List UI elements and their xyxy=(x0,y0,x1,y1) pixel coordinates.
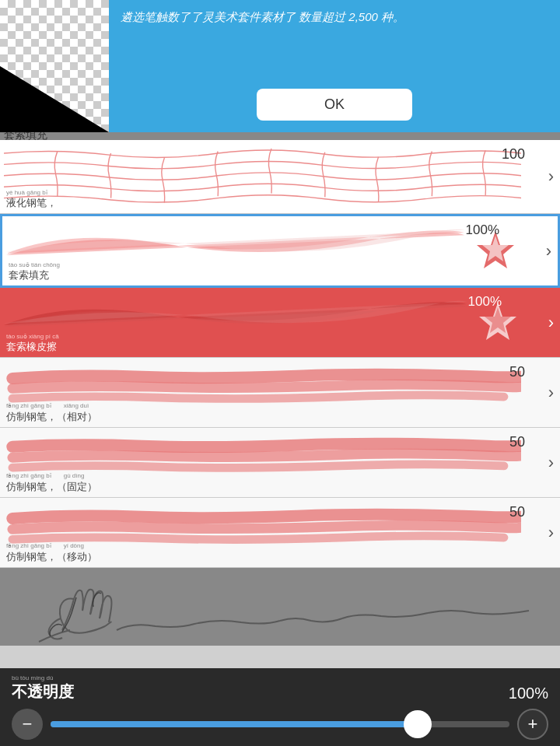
brush-arrow-set-fill[interactable]: › xyxy=(546,241,551,261)
opacity-value: 100% xyxy=(509,685,548,702)
top-thumbnail xyxy=(0,0,109,132)
brush-hanzi-fake-pen-fixed: 仿制钢笔，（固定） xyxy=(6,481,97,492)
slider-track[interactable] xyxy=(51,721,509,727)
brush-hanzi-fake-pen-move: 仿制钢笔，（移动） xyxy=(6,551,97,562)
brush-value-fake-pen-relative: 50 xyxy=(509,364,525,380)
slider-thumb[interactable] xyxy=(404,710,432,738)
opacity-label-left: bù tòu míng dù 不透明度 xyxy=(12,674,74,702)
brush-pinyin-set-fill: tào suǒ tián chōng xyxy=(9,261,60,268)
brush-hanzi-fake-pen-relative: 仿制钢笔，（相对） xyxy=(6,411,97,422)
brush-label-set-fill: tào suǒ tián chōng 套索填充 xyxy=(9,261,60,282)
bottom-panel: bù tòu míng dù 不透明度 100% − + xyxy=(0,668,560,746)
brush-pinyin-liquid-pen: yè huà gāng bǐ xyxy=(6,189,57,196)
brush-arrow-liquid-pen[interactable]: › xyxy=(548,166,554,187)
brush-hanzi-liquid-pen: 液化钢笔， xyxy=(6,197,57,208)
brush-hanzi-set-fill: 套索填充 xyxy=(9,269,49,281)
brush-list: 100 › yè huà gāng bǐ 液化钢笔， xyxy=(0,140,560,668)
brush-value-set-fill: 100% xyxy=(466,222,499,238)
brush-pinyin-fake-pen-move: fǎng zhì gāng bǐ yí dòng xyxy=(6,541,97,550)
brush-label-fake-pen-move: fǎng zhì gāng bǐ yí dòng 仿制钢笔，（移动） xyxy=(6,541,97,564)
brush-item-fake-pen-move[interactable]: 50 › fǎng zhì gāng bǐ yí dòng 仿制钢笔，（移动） xyxy=(0,498,560,568)
brush-label-fake-pen-fixed: fǎng zhì gāng bǐ gù dìng 仿制钢笔，（固定） xyxy=(6,471,97,494)
slider-fill xyxy=(51,721,418,727)
brush-value-fake-pen-move: 50 xyxy=(509,504,525,520)
brush-value-liquid-pen: 100 xyxy=(502,146,525,163)
brush-preview-liquid-pen: 100 › xyxy=(0,140,560,213)
brush-item-set-fill[interactable]: 100% › tào suǒ tián chōng 套索填充 xyxy=(0,214,560,288)
brush-item-fake-pen-fixed[interactable]: 50 › fǎng zhì gāng bǐ gù dìng 仿制钢笔，（固定） xyxy=(0,428,560,498)
brush-item-set-eraser[interactable]: 100% › tào suǒ xiàng pí cā 套索橡皮擦 xyxy=(0,288,560,358)
dialog-box: 遴选笔触数了了灵美术套件素材了 数量超过 2,500 种。 OK xyxy=(109,0,560,132)
brush-label-set-eraser: tào suǒ xiàng pí cā 套索橡皮擦 xyxy=(6,333,59,354)
dialog-text: 遴选笔触数了了灵美术套件素材了 数量超过 2,500 种。 xyxy=(121,8,548,26)
brush-label-fake-pen-relative: fǎng zhì gāng bǐ xiāng duì 仿制钢笔，（相对） xyxy=(6,401,97,424)
ok-button[interactable]: OK xyxy=(257,89,412,121)
brush-pinyin-fake-pen-relative: fǎng zhì gāng bǐ xiāng duì xyxy=(6,401,97,410)
brush-arrow-fake-pen-move[interactable]: › xyxy=(548,523,554,543)
brush-hanzi-set-eraser: 套索橡皮擦 xyxy=(6,341,57,352)
opacity-pinyin: bù tòu míng dù xyxy=(12,674,74,681)
brush-arrow-fake-pen-relative[interactable]: › xyxy=(548,383,554,403)
brush-item-liquid-pen[interactable]: 100 › yè huà gāng bǐ 液化钢笔， xyxy=(0,140,560,214)
brush-arrow-fake-pen-fixed[interactable]: › xyxy=(548,453,554,473)
dialog-overlay: 遴选笔触数了了灵美术套件素材了 数量超过 2,500 种。 OK xyxy=(0,0,560,132)
drawing-preview xyxy=(0,568,560,646)
opacity-hanzi: 不透明度 xyxy=(12,683,74,700)
brush-preview-set-eraser: 100% › xyxy=(0,288,560,357)
brush-pinyin-fake-pen-fixed: fǎng zhì gāng bǐ gù dìng xyxy=(6,471,97,480)
minus-button[interactable]: − xyxy=(12,709,43,740)
brush-preview-set-fill: 100% › xyxy=(2,216,558,285)
opacity-label-row: bù tòu míng dù 不透明度 100% xyxy=(12,674,548,702)
brush-pinyin-set-eraser: tào suǒ xiàng pí cā xyxy=(6,333,59,340)
plus-button[interactable]: + xyxy=(517,709,548,740)
brush-label-liquid-pen: yè huà gāng bǐ 液化钢笔， xyxy=(6,189,57,210)
brush-value-set-eraser: 100% xyxy=(468,294,502,310)
brush-item-fake-pen-relative[interactable]: 50 › fǎng zhì gāng bǐ xiāng duì 仿制钢笔，（相对… xyxy=(0,358,560,428)
slider-row: − + xyxy=(12,709,548,740)
brush-arrow-set-eraser[interactable]: › xyxy=(548,313,554,333)
brush-value-fake-pen-fixed: 50 xyxy=(509,434,525,450)
svg-rect-4 xyxy=(0,568,560,646)
